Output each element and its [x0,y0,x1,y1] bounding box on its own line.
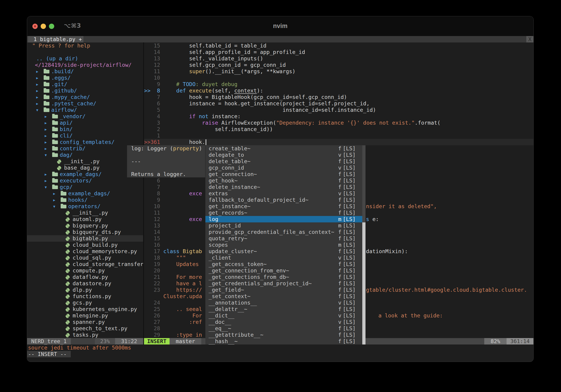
code-line-8[interactable]: >>8 def execute(self, context): [144,87,533,94]
tree-row-bigtable.py[interactable]: bigtable.py [27,235,143,242]
chevron-right-icon[interactable]: ▸ [36,100,39,107]
completion-item-__annotations__[interactable]: __annotations__v[LS] [205,299,362,306]
code-line-5[interactable]: 5 instance_id=self.instance_id) [144,107,533,113]
chevron-right-icon[interactable]: ▸ [36,81,39,87]
tree-row-config_templates[interactable]: ▸config_templates/ [27,139,143,145]
chevron-right-icon[interactable]: ▸ [44,120,47,126]
tree-row-example_dags[interactable]: ▸example_dags/ [27,171,143,177]
tree-row-dataflow.py[interactable]: dataflow.py [27,274,143,280]
completion-scrollbar[interactable] [362,145,366,344]
code-line-6[interactable]: 6 instance = hook.get_instance(project_i… [144,100,533,107]
completion-item-get_connection[interactable]: get_connection~f[LS] [205,171,362,177]
completion-item-_client[interactable]: _clientv[LS] [205,255,362,261]
tree-row-tasks.py[interactable]: tasks.py [27,332,143,338]
completion-item-scopes[interactable]: scopesm[LS] [205,242,362,248]
chevron-right-icon[interactable]: ▸ [53,197,56,203]
tree-row-dag[interactable]: ▾dag/ [27,152,143,158]
scrollbar-thumb[interactable] [362,222,366,344]
chevron-right-icon[interactable]: ▸ [44,113,47,120]
completion-item-delete_instance[interactable]: delete_instance~f[LS] [205,184,362,190]
completion-item-__delattr__[interactable]: __delattr__~f[LS] [205,306,362,312]
code-line-15[interactable]: 15 self.table_id = table_id [144,42,533,49]
completion-item-__dict__[interactable]: __dict__v[LS] [205,312,362,319]
completion-item-project_id[interactable]: project_idm[LS] [205,222,362,229]
tree-row-hooks[interactable]: ▸hooks/ [27,197,143,203]
tree-row-bin[interactable]: ▸bin/ [27,126,143,133]
completion-item-_get_access_token[interactable]: _get_access_token~f[LS] [205,261,362,267]
tree-row-.mypy_cache[interactable]: ▸.mypy_cache/ [27,94,143,100]
completion-item-_get_connection_from_env[interactable]: _get_connection_from_env~f[LS] [205,267,362,274]
completion-item-create_table[interactable]: create_table~f[LS] [205,145,362,152]
tree-row-gcp[interactable]: ▾gcp/ [27,184,143,190]
code-line-2[interactable]: 2 self.instance_id)) [144,126,533,133]
chevron-right-icon[interactable]: ▸ [44,145,47,152]
tree-row-bigquery.py[interactable]: bigquery.py [27,222,143,229]
code-line-10[interactable]: 10 [144,75,533,81]
chevron-down-icon[interactable]: ▾ [53,203,56,209]
completion-item-log[interactable]: logm[LS] [205,216,362,222]
code-line-7[interactable]: 7 hook = BigtableHook(gcp_conn_id=self.g… [144,94,533,100]
completion-item-_get_field[interactable]: _get_field~f[LS] [205,287,362,293]
tree-row-__init__.py[interactable]: __init__.py [27,158,143,165]
completion-item-fallback_to_default_project_id[interactable]: fallback_to_default_project_id~f[LS] [205,197,362,203]
completion-item-__getattribute__[interactable]: __getattribute__~f[LS] [205,332,362,338]
tree-row-.git[interactable]: ▸.git/ [27,81,143,87]
completion-item-get_instance[interactable]: get_instance~f[LS] [205,203,362,209]
tree-row-contrib[interactable]: ▸contrib/ [27,145,143,152]
chevron-right-icon[interactable]: ▸ [36,87,39,94]
tree-row-kubernetes_engine.py[interactable]: kubernetes_engine.py [27,306,143,312]
code-line-4[interactable]: 4 if not instance: [144,113,533,120]
tree-row-dlp.py[interactable]: dlp.py [27,287,143,293]
code-line-11[interactable]: 11 super().__init__(*args, **kwargs) [144,68,533,75]
completion-item-delete_table[interactable]: delete_table~f[LS] [205,158,362,165]
code-line-361[interactable]: >>361 hook. [144,139,533,145]
code-line-9[interactable]: 9 # TODO: duyet debug [144,81,533,87]
tree-row-cli[interactable]: ▸cli/ [27,133,143,139]
completion-item-_get_connections_from_db[interactable]: _get_connections_from_db~f[LS] [205,274,362,280]
tree-row[interactable]: .. (up a dir) [27,55,143,62]
tree-row-cloud_storage_transfer[interactable]: cloud_storage_transfer [27,261,143,267]
completion-item-get_hook[interactable]: get_hook~f[LS] [205,177,362,184]
completion-item-_get_credentials_and_project_id[interactable]: _get_credentials_and_project_id~f[LS] [205,280,362,287]
tab-close-button[interactable]: X [526,36,533,42]
chevron-right-icon[interactable]: ▸ [44,126,47,133]
chevron-down-icon[interactable]: ▾ [36,107,39,113]
tree-row-__init__.py[interactable]: __init__.py [27,209,143,216]
tree-row-bigquery_dts.py[interactable]: bigquery_dts.py [27,229,143,235]
chevron-right-icon[interactable]: ▸ [53,190,56,197]
code-line-13[interactable]: 13 self._validate_inputs() [144,55,533,62]
tree-row-cloud_build.py[interactable]: cloud_build.py [27,242,143,248]
tree-row-airflow[interactable]: ▾airflow/ [27,107,143,113]
tree-row-api[interactable]: ▸api/ [27,120,143,126]
chevron-down-icon[interactable]: ▾ [44,152,47,158]
code-line-1[interactable]: 1 [144,133,533,139]
tree-row-.build[interactable]: ▸.build/ [27,68,143,75]
tree-row-cloud_sql.py[interactable]: cloud_sql.py [27,255,143,261]
tree-row-executors[interactable]: ▸executors/ [27,177,143,184]
chevron-right-icon[interactable]: ▸ [44,171,47,177]
completion-item-get_records[interactable]: get_records~f[LS] [205,209,362,216]
code-line-12[interactable]: 12 self.gcp_conn_id = gcp_conn_id [144,62,533,68]
completion-item-extras[interactable]: extrasv[LS] [205,190,362,197]
chevron-right-icon[interactable]: ▸ [44,139,47,145]
chevron-right-icon[interactable]: ▸ [44,177,47,184]
completion-item-__doc__[interactable]: __doc__v[LS] [205,319,362,325]
tree-row-base_dag.py[interactable]: base_dag.py [27,165,143,171]
code-line-3[interactable]: 3 raise AirflowException("Dependency: in… [144,120,533,126]
chevron-right-icon[interactable]: ▸ [36,94,39,100]
tree-row-compute.py[interactable]: compute.py [27,267,143,274]
completion-item-update_cluster[interactable]: update_cluster~f[LS] [205,248,362,255]
chevron-right-icon[interactable]: ▸ [44,133,47,139]
tree-row-.pytest_cache[interactable]: ▸.pytest_cache/ [27,100,143,107]
tree-row-.github[interactable]: ▸.github/ [27,87,143,94]
completion-item-quota_retry[interactable]: quota_retry~f[LS] [205,235,362,242]
tree-row-gcs.py[interactable]: gcs.py [27,299,143,306]
tree-row-spanner.py[interactable]: spanner.py [27,319,143,325]
tree-row-functions.py[interactable]: functions.py [27,293,143,299]
tree-row-cloud_memorystore.py[interactable]: cloud_memorystore.py [27,248,143,255]
tree-row-.eggs[interactable]: ▸.eggs/ [27,75,143,81]
titlebar[interactable]: ⌥⌘3 nvim [27,16,533,36]
completion-item-provide_gcp_credential_file_as_context[interactable]: provide_gcp_credential_file_as_context~f… [205,229,362,235]
tree-row-automl.py[interactable]: automl.py [27,216,143,222]
code-line-14[interactable]: 14 self.app_profile_id = app_profile_id [144,49,533,55]
